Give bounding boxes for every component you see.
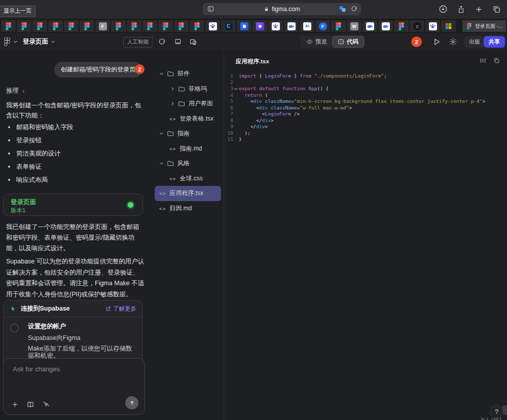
send-button[interactable] <box>125 396 138 409</box>
pinned-tab[interactable] <box>64 20 79 32</box>
pinned-tab[interactable] <box>111 20 126 32</box>
device-preview-icon[interactable] <box>174 33 182 51</box>
sidebar-icon[interactable] <box>207 5 214 13</box>
file-tree-panel: 部件菲格玛用户界面<>登录表格.tsx指南<>指南.md风格<>全球.css<>… <box>152 51 224 420</box>
editor-filename: 应用程序.tsx <box>236 58 269 65</box>
address-bar[interactable]: figma.com <box>203 3 361 15</box>
tree-item-全球.css[interactable]: <>全球.css <box>155 171 221 186</box>
bolt-icon <box>10 306 16 312</box>
share-icon[interactable] <box>457 5 465 14</box>
pinned-tab[interactable] <box>142 20 157 32</box>
pinned-tab[interactable] <box>268 20 283 32</box>
pinned-tab[interactable] <box>127 20 141 32</box>
layout-panels-icon[interactable] <box>189 33 197 51</box>
pinned-tab[interactable] <box>205 20 220 32</box>
pinned-tab[interactable] <box>425 20 440 32</box>
preview-tab[interactable]: 预览 <box>301 36 332 47</box>
chevron-right-icon[interactable] <box>170 101 175 106</box>
code-tab[interactable]: 代码 <box>332 36 364 48</box>
pinned-tab[interactable]: AI <box>300 20 314 32</box>
play-icon[interactable] <box>432 33 441 51</box>
pinned-tab[interactable] <box>237 20 251 32</box>
chevron-right-icon[interactable] <box>170 87 175 91</box>
pinned-tab[interactable] <box>190 20 204 32</box>
f-gray-favicon: F <box>99 22 107 30</box>
copy-icon[interactable] <box>493 57 500 64</box>
chevron-down-icon[interactable] <box>13 33 18 51</box>
publish-button[interactable]: 出版 <box>464 36 485 48</box>
lock-icon <box>264 6 269 12</box>
whale-favicon <box>366 22 374 30</box>
code-line: 4 return ( <box>224 92 485 99</box>
tree-item-部件[interactable]: 部件 <box>155 66 221 82</box>
learn-more-link[interactable]: 了解更多 <box>105 305 136 313</box>
code-lines[interactable]: 1import { LoginForm } from "./components… <box>224 73 485 143</box>
tree-item-指南[interactable]: 指南 <box>155 126 221 141</box>
figma-favicon <box>115 22 123 30</box>
file-title[interactable]: 登录页面 <box>23 33 48 51</box>
active-tab[interactable]: 登录页面 -... <box>462 20 506 32</box>
figma-logo-icon[interactable] <box>4 33 10 51</box>
figma-favicon <box>466 23 473 29</box>
tab-overview-icon[interactable] <box>492 5 501 14</box>
pinned-tab[interactable]: C <box>221 20 236 32</box>
pinned-tab[interactable]: F <box>315 20 330 32</box>
folder-icon <box>167 71 174 77</box>
new-tab-icon[interactable] <box>475 5 483 14</box>
pinned-tab[interactable] <box>17 20 31 32</box>
chevron-down-icon[interactable] <box>159 161 164 166</box>
pinned-tab[interactable] <box>80 20 94 32</box>
share-button[interactable]: 共享 <box>484 36 505 48</box>
reload-icon[interactable] <box>351 6 357 12</box>
tree-item-label: 归因.md <box>169 204 192 213</box>
pinned-tab[interactable]: F <box>95 20 110 32</box>
guidelines-book-icon[interactable] <box>26 401 34 408</box>
tree-item-菲格玛[interactable]: 菲格玛 <box>155 82 221 97</box>
pinned-tab[interactable] <box>252 20 267 32</box>
tree-item-label: 指南.md <box>179 144 202 153</box>
refresh-icon[interactable] <box>158 33 166 51</box>
tree-item-指南.md[interactable]: <>指南.md <box>155 141 221 157</box>
tree-item-登录表格.tsx[interactable]: <>登录表格.tsx <box>155 111 221 127</box>
pinned-tab[interactable] <box>158 20 173 32</box>
pinned-tab[interactable] <box>363 20 377 32</box>
tree-item-归因.md[interactable]: <>归因.md <box>155 201 221 216</box>
ms-grid-favicon <box>445 22 453 30</box>
pinned-tab[interactable] <box>174 20 189 32</box>
tree-item-风格[interactable]: 风格 <box>155 156 221 171</box>
chat-input[interactable]: Ask for changes <box>3 358 145 415</box>
pinned-tab[interactable] <box>394 20 409 32</box>
pinned-tab[interactable] <box>284 20 299 32</box>
pinned-tab[interactable] <box>1 20 16 32</box>
tree-item-用户界面[interactable]: 用户界面 <box>155 96 221 111</box>
message-badge: 2 <box>135 64 144 74</box>
translate-icon[interactable] <box>339 5 346 13</box>
figma-favicon <box>20 22 28 30</box>
pinned-tab[interactable] <box>378 20 393 32</box>
downloads-icon[interactable] <box>439 5 448 14</box>
magic-cursor-icon[interactable] <box>42 400 50 408</box>
supabase-card-title: 连接到Supabase <box>21 304 101 313</box>
fold-arrow-icon[interactable] <box>233 86 239 92</box>
chevron-down-icon[interactable] <box>51 33 55 51</box>
pinned-tab[interactable]: W <box>347 20 361 32</box>
gear-icon[interactable] <box>449 33 457 51</box>
blue-app-favicon <box>240 22 248 30</box>
pinned-tab[interactable] <box>48 20 63 32</box>
tree-item-应用程序.tsx[interactable]: <>应用程序.tsx <box>155 186 221 201</box>
face-favicon <box>413 22 421 30</box>
chevron-down-icon[interactable] <box>159 131 164 136</box>
pinned-tab[interactable] <box>32 20 47 32</box>
folder-icon <box>178 86 185 92</box>
chevron-down-icon[interactable] <box>159 71 164 76</box>
figma-favicon <box>130 22 138 30</box>
format-icon[interactable] <box>480 57 486 64</box>
pinned-tab[interactable] <box>331 20 346 32</box>
figma-favicon <box>335 22 343 30</box>
pinned-tab[interactable] <box>410 20 424 32</box>
pinned-tab[interactable] <box>441 20 456 32</box>
reasoning-toggle[interactable]: 推理› <box>6 87 24 95</box>
notification-badge[interactable]: 2 <box>411 36 422 47</box>
attach-icon[interactable] <box>11 401 19 408</box>
version-card[interactable]: 登录页面 版本1 <box>3 194 143 216</box>
